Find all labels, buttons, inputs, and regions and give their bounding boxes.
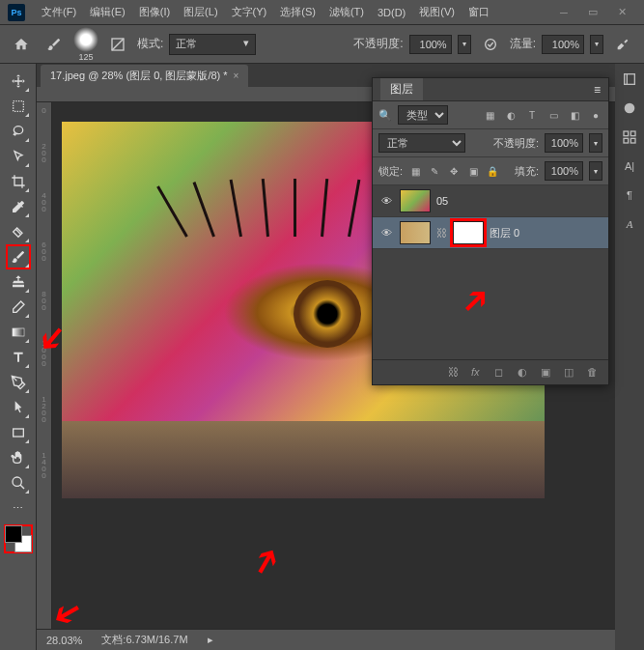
menu-view[interactable]: 视图(V)	[412, 5, 462, 19]
pressure-opacity-icon[interactable]	[477, 31, 504, 58]
lock-pixels-icon[interactable]: ▦	[408, 164, 422, 178]
lock-all-icon[interactable]: 🔒	[486, 164, 499, 178]
svg-point-2	[485, 39, 495, 49]
menu-window[interactable]: 窗口	[462, 5, 496, 19]
filter-pixel-icon[interactable]: ▦	[483, 108, 496, 122]
flow-label: 流量:	[510, 36, 536, 52]
color-swatches[interactable]	[5, 525, 32, 552]
history-panel-icon[interactable]	[620, 70, 639, 89]
minimize-button[interactable]: ─	[549, 3, 578, 22]
layer-link-icon[interactable]: ⛓	[436, 227, 447, 239]
menu-select[interactable]: 选择(S)	[273, 5, 322, 19]
edit-toolbar[interactable]: ⋯	[7, 496, 30, 520]
group-icon[interactable]: ▣	[541, 366, 554, 380]
filter-adjust-icon[interactable]: ◐	[504, 108, 518, 122]
menu-type[interactable]: 文字(Y)	[225, 5, 274, 19]
svg-rect-11	[624, 131, 629, 136]
clone-stamp-tool[interactable]	[7, 270, 30, 294]
layer-thumbnail[interactable]	[400, 189, 431, 212]
layers-panel: 图层 ≡ 🔍 类型 ▦ ◐ T ▭ ◧ ● 正常 不透明度: 100% ▾ 锁定…	[372, 77, 609, 385]
layer-blend-mode-select[interactable]: 正常	[378, 133, 465, 153]
filter-smart-icon[interactable]: ◧	[568, 108, 581, 122]
svg-point-10	[625, 103, 635, 114]
marquee-tool[interactable]	[7, 95, 30, 118]
filter-toggle-icon[interactable]: ●	[589, 108, 602, 122]
eraser-tool[interactable]	[7, 296, 30, 319]
layer-opacity-dropdown[interactable]: ▾	[589, 133, 602, 153]
lock-move-icon[interactable]: ✥	[447, 164, 461, 178]
flow-value[interactable]: 100%	[542, 35, 584, 54]
add-mask-icon[interactable]: ◻	[494, 366, 508, 380]
layer-mask-thumbnail[interactable]	[453, 221, 484, 244]
flow-dropdown[interactable]: ▾	[590, 35, 603, 54]
filter-shape-icon[interactable]: ▭	[546, 108, 560, 122]
layer-thumbnail[interactable]	[400, 221, 431, 244]
brush-panel-icon[interactable]	[104, 31, 131, 58]
document-tab[interactable]: 17.jpeg @ 28% (图层 0, 图层蒙版/8) * ×	[41, 65, 248, 87]
character-panel-icon[interactable]: A|	[620, 156, 639, 176]
pen-tool[interactable]	[7, 371, 30, 394]
delete-layer-icon[interactable]: 🗑	[587, 366, 601, 380]
zoom-tool[interactable]	[7, 471, 30, 495]
opacity-value[interactable]: 100%	[409, 35, 452, 54]
healing-brush-tool[interactable]	[7, 220, 30, 243]
close-button[interactable]: ✕	[607, 3, 636, 22]
filter-type-icon[interactable]: T	[525, 108, 539, 122]
new-layer-icon[interactable]: ◫	[564, 366, 577, 380]
type-tool[interactable]	[7, 346, 30, 369]
layer-fx-icon[interactable]: fx	[471, 366, 485, 380]
menu-filter[interactable]: 滤镜(T)	[322, 5, 371, 19]
brush-tool[interactable]	[7, 245, 30, 268]
filter-type-select[interactable]: 类型	[398, 105, 448, 125]
rectangle-tool[interactable]	[7, 421, 30, 444]
svg-rect-5	[13, 429, 23, 437]
color-panel-icon[interactable]	[620, 99, 639, 118]
move-tool[interactable]	[7, 70, 30, 93]
menu-file[interactable]: 文件(F)	[35, 5, 83, 19]
brush-preview[interactable]: 125	[73, 27, 98, 62]
path-select-tool[interactable]	[7, 396, 30, 419]
blend-mode-select[interactable]: 正常 ▾	[169, 34, 256, 55]
svg-rect-4	[13, 328, 24, 336]
visibility-toggle-icon[interactable]: 👁	[378, 225, 394, 240]
brush-tool-icon[interactable]	[41, 31, 68, 58]
link-layers-icon[interactable]: ⛓	[448, 366, 462, 380]
visibility-toggle-icon[interactable]: 👁	[378, 193, 394, 209]
panel-menu-icon[interactable]: ≡	[594, 83, 601, 97]
gradient-tool[interactable]	[7, 321, 30, 344]
fill-dropdown[interactable]: ▾	[589, 161, 602, 181]
layer-item[interactable]: 👁 ⛓ 图层 0	[373, 217, 608, 249]
airbrush-icon[interactable]	[609, 31, 636, 58]
zoom-level[interactable]: 28.03%	[46, 635, 82, 646]
layer-name[interactable]: 图层 0	[490, 226, 519, 240]
adjustment-layer-icon[interactable]: ◐	[518, 366, 531, 380]
svg-rect-8	[625, 74, 635, 85]
swatches-panel-icon[interactable]	[620, 127, 639, 147]
statusbar-menu-icon[interactable]: ▸	[208, 634, 213, 646]
close-tab-icon[interactable]: ×	[234, 71, 239, 81]
lasso-tool[interactable]	[7, 120, 30, 143]
menu-layer[interactable]: 图层(L)	[177, 5, 224, 19]
menu-edit[interactable]: 编辑(E)	[83, 5, 132, 19]
layer-opacity-value[interactable]: 100%	[545, 133, 583, 153]
lock-artboard-icon[interactable]: ▣	[466, 164, 480, 178]
layers-tab[interactable]: 图层	[380, 78, 423, 100]
home-icon[interactable]	[8, 31, 35, 58]
menu-3d[interactable]: 3D(D)	[371, 7, 412, 18]
paragraph-panel-icon[interactable]: ¶	[620, 185, 639, 205]
quick-select-tool[interactable]	[7, 145, 30, 168]
glyphs-panel-icon[interactable]: A	[620, 214, 639, 234]
lock-position-icon[interactable]: ✎	[428, 164, 441, 178]
foreground-color[interactable]	[5, 525, 22, 543]
hand-tool[interactable]	[7, 446, 30, 469]
mode-label: 模式:	[137, 36, 163, 52]
eyedropper-tool[interactable]	[7, 195, 30, 218]
options-bar: 125 模式: 正常 ▾ 不透明度: 100% ▾ 流量: 100% ▾	[0, 25, 644, 64]
opacity-dropdown[interactable]: ▾	[458, 35, 471, 54]
fill-value[interactable]: 100%	[545, 161, 583, 181]
layer-name[interactable]: 05	[436, 195, 448, 207]
crop-tool[interactable]	[7, 170, 30, 193]
menu-image[interactable]: 图像(I)	[132, 5, 177, 19]
layer-item[interactable]: 👁 05	[373, 185, 608, 217]
maximize-button[interactable]: ▭	[578, 3, 607, 22]
